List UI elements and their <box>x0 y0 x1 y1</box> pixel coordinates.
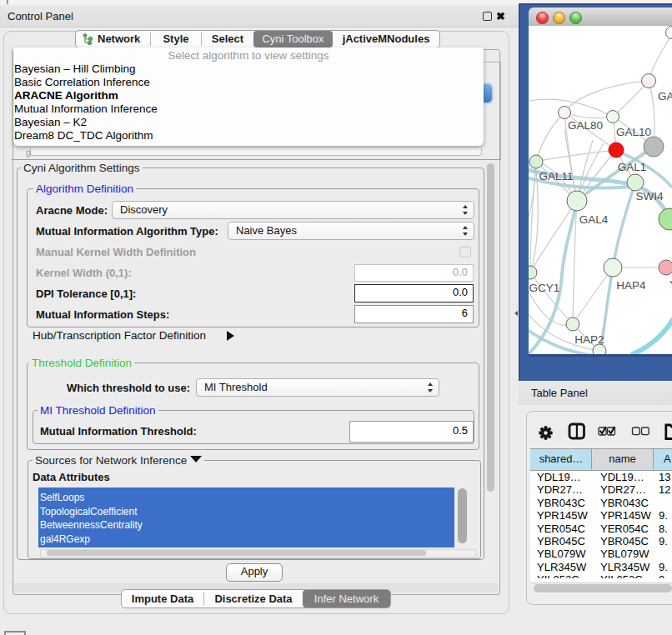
svg-text:HAP4: HAP4 <box>616 279 646 292</box>
svg-text:GAL: GAL <box>658 90 672 102</box>
svg-text:GAL4: GAL4 <box>579 213 609 226</box>
svg-text:HAP2: HAP2 <box>574 333 604 346</box>
svg-text:GAL1: GAL1 <box>618 161 647 173</box>
svg-text:GAL80: GAL80 <box>568 119 603 132</box>
svg-text:SWI4: SWI4 <box>635 190 663 202</box>
svg-text:GCY1: GCY1 <box>529 282 560 294</box>
svg-text:GAL11: GAL11 <box>539 170 573 182</box>
svg-text:GAL10: GAL10 <box>616 126 651 138</box>
